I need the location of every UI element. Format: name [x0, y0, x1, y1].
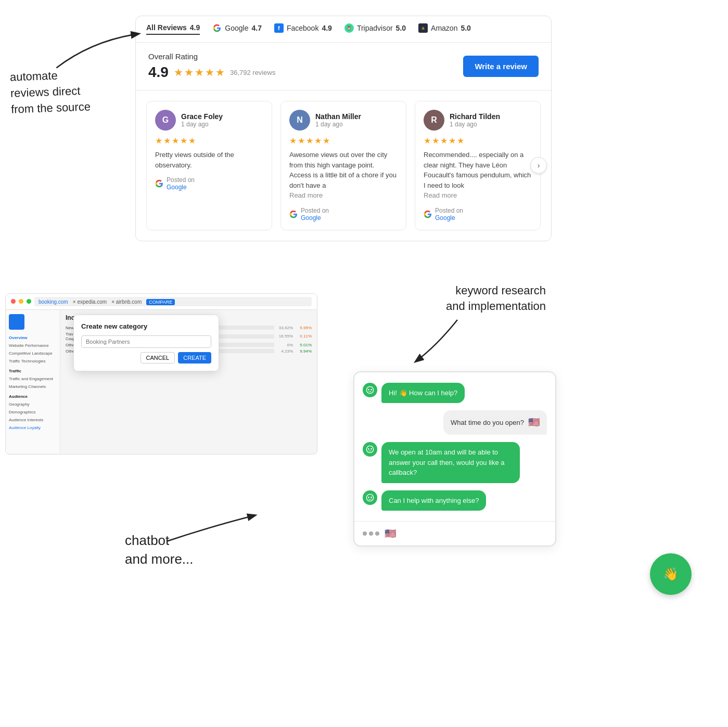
create-category-dialog: Create new category CANCEL CREATE: [73, 315, 219, 371]
wave-emoji: 👋: [663, 567, 679, 581]
review-stars-1: ★★★★★: [289, 136, 398, 146]
tripadvisor-icon: 🦉: [344, 23, 354, 33]
posted-label-0: Posted on: [167, 176, 195, 184]
dialog-input[interactable]: [81, 335, 211, 348]
tab-facebook[interactable]: f Facebook 4.9: [274, 23, 332, 35]
star-3: ★: [195, 66, 204, 79]
sidebar-nav-audience[interactable]: Audience: [9, 393, 57, 400]
avatar-0: G: [155, 110, 176, 131]
chat-input-row: 🇺🇸: [354, 521, 555, 546]
reviews-widget: All Reviews 4.9 Google 4.7 f Facebook 4.…: [135, 16, 552, 241]
tab-google-label: Google: [225, 24, 248, 32]
sidebar-nav-geo[interactable]: Geography: [9, 400, 57, 408]
reviewer-name-2: Richard Tilden: [450, 112, 500, 121]
review-tabs: All Reviews 4.9 Google 4.7 f Facebook 4.…: [136, 16, 551, 43]
star-1: ★: [174, 66, 183, 79]
chat-bubble-1: What time do you open? 🇺🇸: [443, 410, 547, 435]
sidebar-nav-traffic3[interactable]: Traffic and Engagement: [9, 375, 57, 383]
chat-msg-2: We open at 10am and will be able to answ…: [363, 442, 547, 483]
posted-on-0: Posted on Google: [155, 176, 263, 191]
google-icon: [212, 23, 222, 33]
review-count: 36,792 reviews: [230, 69, 275, 76]
sidebar-nav-traffic2[interactable]: Traffic: [9, 367, 57, 375]
tab-amazon-label: Amazon: [431, 24, 457, 32]
chat-msg-1: What time do you open? 🇺🇸: [363, 410, 547, 435]
bottom-section: booking.com × expedia.com × airbnb.com C…: [0, 272, 728, 611]
svg-point-1: [368, 389, 369, 391]
tab-tripadvisor-label: Tripadvisor: [357, 24, 393, 32]
write-review-button[interactable]: Write a review: [463, 56, 539, 77]
sidebar-nav-demo[interactable]: Demographics: [9, 408, 57, 416]
review-card-1: N Nathan Miller 1 day ago ★★★★★ Awesome …: [280, 101, 406, 230]
tab-amazon-score: 5.0: [461, 24, 470, 32]
google-icon-review-0: [155, 179, 163, 188]
chat-typing-dots: [363, 531, 379, 536]
star-4: ★: [205, 66, 214, 79]
svg-point-2: [371, 389, 372, 391]
sidebar-nav-interests[interactable]: Audience Interests: [9, 416, 57, 424]
review-text-2: Recommended.... especially on a clear ni…: [424, 150, 532, 201]
svg-point-0: [366, 386, 373, 393]
tab-amazon[interactable]: a Amazon 5.0: [418, 23, 471, 35]
sidebar-nav-marketing[interactable]: Marketing Channels: [9, 383, 57, 391]
traffic-light-green: [27, 299, 31, 304]
we-are-here-container: We Are Here! 👋: [645, 548, 697, 600]
tab-tripadvisor-score: 5.0: [396, 24, 406, 32]
chatbot-arrow: [161, 505, 265, 547]
read-more-1[interactable]: Read more: [289, 191, 323, 199]
amazon-icon: a: [418, 23, 428, 33]
review-card-0: G Grace Foley 1 day ago ★★★★★ Pretty vie…: [146, 101, 272, 230]
posted-on-2: Posted on Google: [424, 207, 532, 222]
tab-facebook-label: Facebook: [287, 24, 318, 32]
chat-bubble-3: Can I help with anything else?: [381, 490, 486, 511]
url-bar[interactable]: booking.com × expedia.com × airbnb.com C…: [34, 297, 312, 306]
dialog-title: Create new category: [81, 322, 211, 330]
flag-icon-1: 🇺🇸: [528, 416, 540, 430]
reviewer-time-1: 1 day ago: [315, 121, 361, 128]
review-text-1: Awesome views out over the city from thi…: [289, 150, 398, 201]
analytics-screenshot: booking.com × expedia.com × airbnb.com C…: [5, 293, 317, 455]
overall-title: Overall Rating: [148, 52, 275, 61]
review-stars-0: ★★★★★: [155, 136, 263, 146]
we-are-here-wrapper: We Are Here! 👋: [645, 548, 697, 600]
we-are-here-button[interactable]: 👋: [650, 553, 692, 595]
svg-point-4: [368, 448, 369, 450]
chat-bubble-2: We open at 10am and will be able to answ…: [381, 442, 520, 483]
annotation-automate: automatereviews directfrom the source: [9, 66, 120, 118]
sidebar-nav-overview[interactable]: Overview: [9, 334, 57, 342]
reviewer-name-1: Nathan Miller: [315, 112, 361, 121]
dialog-cancel-button[interactable]: CANCEL: [141, 352, 175, 364]
chat-messages: Hi! 👋 How can I help? What time do you o…: [354, 372, 555, 522]
sidebar-nav-loyalty[interactable]: Audience Loyalty: [9, 424, 57, 432]
svg-point-3: [366, 446, 373, 452]
tab-google[interactable]: Google 4.7: [212, 23, 262, 35]
review-stars-2: ★★★★★: [424, 136, 532, 146]
chat-bubble-0: Hi! 👋 How can I help?: [381, 383, 465, 404]
svg-point-8: [371, 497, 372, 498]
traffic-light-red: [11, 299, 16, 304]
reviewer-name-0: Grace Foley: [181, 112, 223, 121]
posted-label-2: Posted on: [435, 207, 463, 214]
read-more-2[interactable]: Read more: [424, 191, 457, 199]
chat-msg-0: Hi! 👋 How can I help?: [363, 383, 547, 404]
typing-dot-2: [369, 531, 373, 536]
flag-icon-input: 🇺🇸: [385, 528, 396, 539]
sidebar-nav-competitive[interactable]: Competitive Landscape: [9, 349, 57, 357]
svg-point-6: [366, 494, 373, 501]
carousel-next-button[interactable]: ›: [530, 157, 547, 174]
traffic-light-yellow: [19, 299, 23, 304]
typing-dot-1: [363, 531, 367, 536]
reviewer-time-2: 1 day ago: [450, 121, 500, 128]
star-5: ★: [215, 66, 225, 79]
google-icon-review-1: [289, 210, 298, 218]
sidebar-nav-traffic[interactable]: Traffic Technologies: [9, 357, 57, 365]
star-2: ★: [184, 66, 194, 79]
chat-msg-3: Can I help with anything else?: [363, 490, 547, 511]
sidebar-nav-website[interactable]: Website Performance: [9, 342, 57, 349]
chat-bot-icon-0: [363, 383, 377, 397]
svg-point-7: [368, 497, 369, 498]
dialog-create-button[interactable]: CREATE: [178, 352, 211, 364]
tab-tripadvisor[interactable]: 🦉 Tripadvisor 5.0: [344, 23, 406, 35]
posted-on-1: Posted on Google: [289, 207, 398, 222]
facebook-icon: f: [274, 23, 284, 33]
